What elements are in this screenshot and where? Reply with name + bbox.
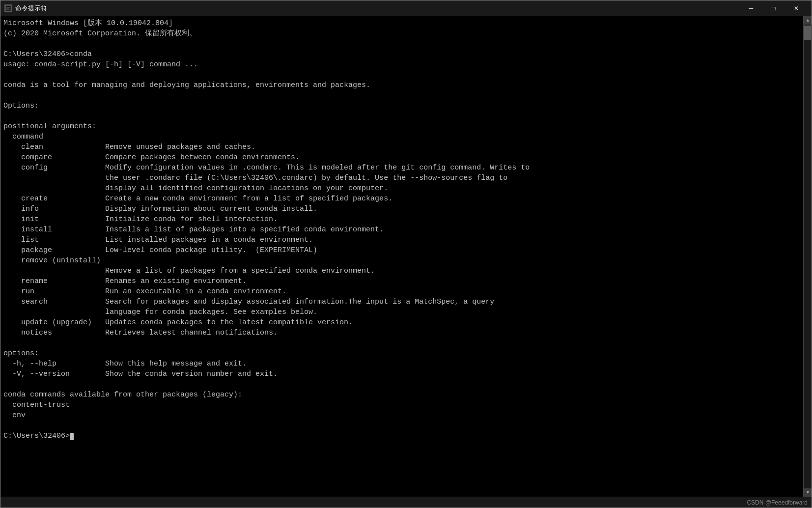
titlebar-title: 命令提示符 bbox=[15, 4, 740, 13]
titlebar: 命令提示符 ─ □ ✕ bbox=[0, 0, 812, 16]
scrollbar-up-button[interactable]: ▲ bbox=[804, 16, 812, 25]
titlebar-icon bbox=[4, 4, 12, 12]
minimize-button[interactable]: ─ bbox=[740, 0, 762, 16]
content-area: Microsoft Windows [版本 10.0.19042.804] (c… bbox=[0, 16, 812, 497]
close-button[interactable]: ✕ bbox=[785, 0, 808, 16]
terminal-output[interactable]: Microsoft Windows [版本 10.0.19042.804] (c… bbox=[0, 16, 803, 497]
scrollbar-track bbox=[804, 25, 812, 488]
svg-rect-1 bbox=[6, 7, 10, 7]
scrollbar-thumb[interactable] bbox=[804, 26, 811, 40]
titlebar-controls: ─ □ ✕ bbox=[740, 0, 808, 16]
svg-rect-3 bbox=[6, 9, 10, 9]
maximize-button[interactable]: □ bbox=[762, 0, 785, 16]
cursor bbox=[70, 433, 74, 440]
statusbar-text: CSDN @Feeedforward bbox=[747, 499, 808, 506]
scrollbar-down-button[interactable]: ▼ bbox=[804, 488, 812, 497]
statusbar: CSDN @Feeedforward bbox=[0, 497, 812, 508]
scrollbar[interactable]: ▲ ▼ bbox=[803, 16, 812, 497]
svg-rect-2 bbox=[6, 8, 9, 8]
window: 命令提示符 ─ □ ✕ Microsoft Windows [版本 10.0.1… bbox=[0, 0, 812, 508]
